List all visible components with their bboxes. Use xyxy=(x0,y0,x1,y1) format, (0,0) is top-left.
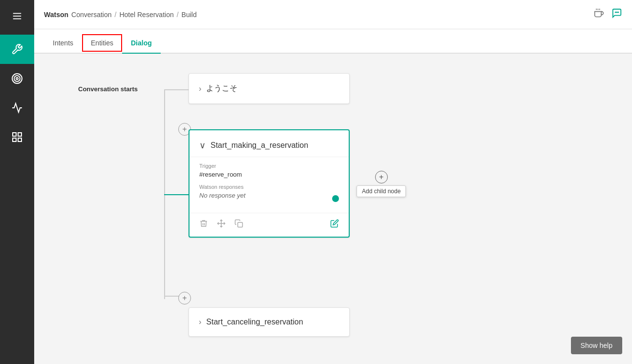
sidebar-item-target[interactable] xyxy=(0,64,34,93)
node-cancel: › Start_canceling_reservation xyxy=(189,307,350,337)
export-icon[interactable] xyxy=(594,8,604,20)
svg-point-4 xyxy=(14,76,20,81)
move-icon[interactable] xyxy=(217,219,226,230)
footer-left-icons xyxy=(199,219,243,230)
reservation-title: Start_making_a_reservation xyxy=(211,141,308,150)
conversation-starts-label: Conversation starts xyxy=(78,85,138,93)
topbar: Watson Conversation / Hotel Reservation … xyxy=(34,0,632,29)
welcome-chevron-icon[interactable]: › xyxy=(199,84,201,93)
svg-point-5 xyxy=(16,78,18,80)
node-reservation-footer xyxy=(190,213,349,237)
breadcrumb-sep1: / xyxy=(115,11,117,19)
svg-rect-8 xyxy=(18,138,21,142)
add-between-icon-2[interactable]: + xyxy=(178,292,191,304)
reservation-chevron-icon[interactable]: ∨ xyxy=(199,140,206,151)
main-content: Watson Conversation / Hotel Reservation … xyxy=(34,0,632,364)
tabbar: Intents Entities Dialog xyxy=(34,29,632,54)
tab-entities[interactable]: Entities xyxy=(82,34,122,52)
node-reservation-body: Trigger #reserve_room Watson responses N… xyxy=(190,157,349,211)
duplicate-icon[interactable] xyxy=(234,219,243,230)
cancel-title: Start_canceling_reservation xyxy=(206,318,303,326)
sidebar xyxy=(0,0,34,364)
breadcrumb: Watson Conversation / Hotel Reservation … xyxy=(44,11,197,19)
node-welcome: › ようこそ xyxy=(189,73,350,104)
edit-icon[interactable] xyxy=(330,219,339,230)
response-dot[interactable] xyxy=(332,195,339,202)
responses-value: No response yet xyxy=(199,192,246,199)
node-reservation: ∨ Start_making_a_reservation Trigger #re… xyxy=(189,129,350,238)
breadcrumb-sep2: / xyxy=(177,11,179,19)
add-child-node-tooltip: Add child node xyxy=(357,185,406,197)
breadcrumb-part2: Hotel Reservation xyxy=(119,11,173,19)
chat-icon[interactable] xyxy=(611,8,622,21)
connector-h2 xyxy=(164,194,190,195)
breadcrumb-part3: Build xyxy=(182,11,197,19)
tab-dialog[interactable]: Dialog xyxy=(122,33,161,53)
sidebar-item-analytics[interactable] xyxy=(0,93,34,122)
responses-row: No response yet xyxy=(199,192,339,205)
add-child-node-container: + Add child node xyxy=(357,171,406,197)
tab-intents[interactable]: Intents xyxy=(44,33,82,53)
node-cancel-header: › Start_canceling_reservation xyxy=(189,308,349,336)
breadcrumb-part1: Conversation xyxy=(71,11,112,19)
sidebar-item-tools[interactable] xyxy=(0,35,34,64)
svg-rect-6 xyxy=(13,133,16,136)
cancel-chevron-icon[interactable]: › xyxy=(199,318,201,326)
responses-label: Watson responses xyxy=(199,184,339,190)
show-help-button[interactable]: Show help xyxy=(571,337,622,354)
connector-h1 xyxy=(164,89,189,90)
svg-rect-18 xyxy=(238,222,243,227)
welcome-title: ようこそ xyxy=(206,83,237,94)
trigger-label: Trigger xyxy=(199,163,339,169)
svg-rect-7 xyxy=(18,133,21,136)
node-reservation-header: ∨ Start_making_a_reservation xyxy=(190,130,349,157)
sidebar-item-data[interactable] xyxy=(0,122,34,152)
canvas: Conversation starts › ようこそ + ∨ xyxy=(34,54,632,364)
menu-icon[interactable] xyxy=(6,5,28,30)
trigger-value: #reserve_room xyxy=(199,171,339,178)
svg-rect-9 xyxy=(13,138,16,142)
breadcrumb-brand: Watson xyxy=(44,11,68,19)
delete-icon[interactable] xyxy=(199,219,208,230)
add-node-between-2[interactable]: + xyxy=(178,292,191,304)
topbar-actions xyxy=(594,8,622,21)
node-welcome-header: › ようこそ xyxy=(189,74,349,103)
add-child-node-button[interactable]: + xyxy=(375,171,388,183)
